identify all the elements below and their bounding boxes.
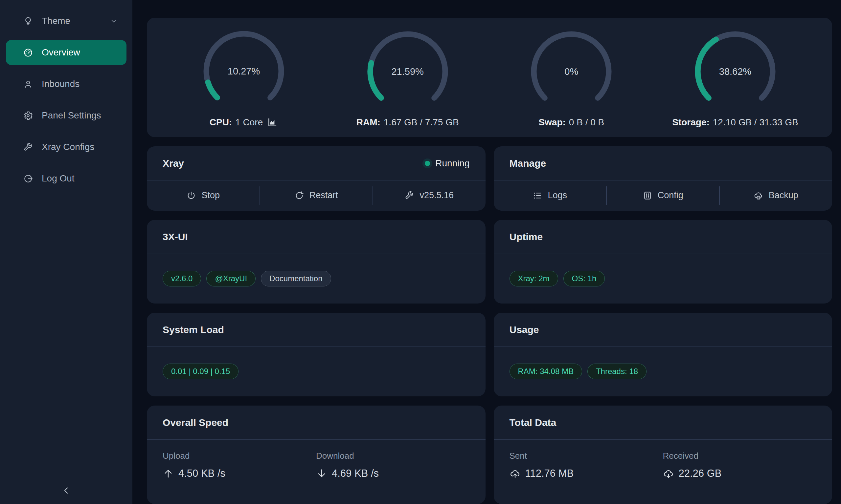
logout-icon [23,174,33,184]
person-icon [23,79,33,89]
xray-status-text: Running [435,158,469,169]
upload-label: Upload [162,451,316,461]
overall-speed-card: Overall Speed Upload 4.50 KB /s Download [147,406,485,504]
threads-tag: Threads: 18 [587,363,647,379]
swap-percent: 0% [530,31,612,112]
sidebar-item-panel-settings[interactable]: Panel Settings [6,103,126,128]
arrow-up-icon [162,468,174,479]
usage-tags: RAM: 34.08 MB Threads: 18 [494,347,833,396]
cpu-gauge-ring: 10.27% [203,30,285,112]
logs-button[interactable]: Logs [494,190,606,200]
sidebar-item-log-out[interactable]: Log Out [6,166,126,191]
gear-icon [23,111,33,121]
version-tag[interactable]: v2.6.0 [162,271,201,286]
xui-card: 3X-UI v2.6.0 @XrayUI Documentation [147,220,485,304]
upload-stat: Upload 4.50 KB /s [162,451,316,480]
overall-speed-card-header: Overall Speed [147,406,485,440]
xray-card-header: Xray Running [147,146,485,180]
wrench-icon [405,191,414,200]
list-icon [533,191,543,200]
sent-label: Sent [510,451,663,461]
config-button[interactable]: Config [607,190,719,200]
main-content: 10.27% CPU: 1 Core 21.59% RAM: [132,0,841,504]
download-value: 4.69 KB /s [316,468,469,480]
xray-card-title: Xray [162,158,184,169]
swap-gauge-ring: 0% [530,31,612,112]
uptime-card-title: Uptime [510,231,543,242]
wrench-icon [23,142,33,152]
xrayui-tag[interactable]: @XrayUI [206,271,256,286]
manage-card-title: Manage [510,158,546,169]
storage-percent: 38.62% [694,31,776,112]
received-stat: Received 22.26 GB [663,451,817,480]
ram-usage-tag: RAM: 34.08 MB [510,363,582,379]
xray-card: Xray Running Stop Res [147,146,485,211]
sidebar-item-xray-configs[interactable]: Xray Configs [6,134,126,160]
running-status-dot [425,161,430,166]
received-label: Received [663,451,817,461]
sidebar-item-theme[interactable]: Theme [6,8,126,34]
cloud-upload-icon [510,468,521,479]
total-data-body: Sent 112.76 MB Received [494,440,833,480]
uptime-card-header: Uptime [494,220,833,254]
xray-version-button[interactable]: v25.5.16 [373,190,485,200]
sidebar-item-label: Inbounds [42,79,80,89]
sent-value: 112.76 MB [510,468,663,480]
manage-card: Manage Logs [494,146,833,211]
sidebar-item-label: Theme [42,16,70,26]
restart-button[interactable]: Restart [260,190,373,200]
storage-gauge: 38.62% Storage: 12.10 GB / 31.33 GB [689,27,781,128]
sidebar-item-label: Panel Settings [42,110,101,121]
swap-label: Swap: 0 B / 0 B [538,117,604,128]
ram-gauge-ring: 21.59% [367,31,449,112]
ram-percent: 21.59% [367,31,449,112]
swap-gauge: 0% Swap: 0 B / 0 B [525,27,617,128]
chevron-left-icon [62,486,71,496]
usage-card-title: Usage [510,324,539,335]
backup-button[interactable]: Backup [720,190,833,200]
cpu-chart-icon[interactable] [267,117,278,128]
storage-gauge-ring: 38.62% [694,31,776,112]
upload-value: 4.50 KB /s [162,468,316,480]
restart-icon [294,191,304,200]
cpu-gauge: 10.27% CPU: 1 Core [198,27,290,128]
xui-card-header: 3X-UI [147,220,485,254]
cloud-server-icon [754,191,763,200]
sent-stat: Sent 112.76 MB [510,451,663,480]
usage-card: Usage RAM: 34.08 MB Threads: 18 [494,313,833,396]
cpu-label: CPU: 1 Core [210,117,278,128]
system-gauges-card: 10.27% CPU: 1 Core 21.59% RAM: [147,18,832,137]
ram-label: RAM: 1.67 GB / 7.75 GB [357,117,459,128]
system-load-tags: 0.01 | 0.09 | 0.15 [147,347,485,396]
system-load-card-title: System Load [162,324,224,335]
manage-card-header: Manage [494,146,833,180]
sidebar-collapse-button[interactable] [0,486,132,496]
stop-button[interactable]: Stop [147,190,259,200]
cpu-percent: 10.27% [203,30,285,112]
xray-uptime-tag: Xray: 2m [510,271,558,286]
sidebar-item-label: Overview [42,47,80,58]
system-load-card-header: System Load [147,313,485,347]
xray-status-badge: Running [425,158,469,169]
documentation-tag[interactable]: Documentation [261,271,331,286]
ram-gauge: 21.59% RAM: 1.67 GB / 7.75 GB [362,27,454,128]
arrow-down-icon [316,468,327,479]
storage-label: Storage: 12.10 GB / 31.33 GB [672,117,798,128]
sidebar: Theme Overview Inbounds Panel Settings X… [0,0,132,504]
xray-actions: Stop Restart v25.5.16 [147,180,485,210]
sidebar-item-inbounds[interactable]: Inbounds [6,72,126,96]
total-data-card-header: Total Data [494,406,833,440]
bulb-icon [23,16,33,26]
system-load-card: System Load 0.01 | 0.09 | 0.15 [147,313,485,396]
manage-actions: Logs Config [494,180,833,210]
xui-tags: v2.6.0 @XrayUI Documentation [147,254,485,303]
sidebar-item-label: Xray Configs [42,142,94,152]
sidebar-item-label: Log Out [42,173,74,184]
speedometer-icon [23,48,33,58]
usage-card-header: Usage [494,313,833,347]
xui-card-title: 3X-UI [162,231,188,242]
sliders-icon [642,191,652,200]
load-average-tag: 0.01 | 0.09 | 0.15 [162,363,239,379]
sidebar-item-overview[interactable]: Overview [6,40,126,65]
received-value: 22.26 GB [663,468,817,480]
